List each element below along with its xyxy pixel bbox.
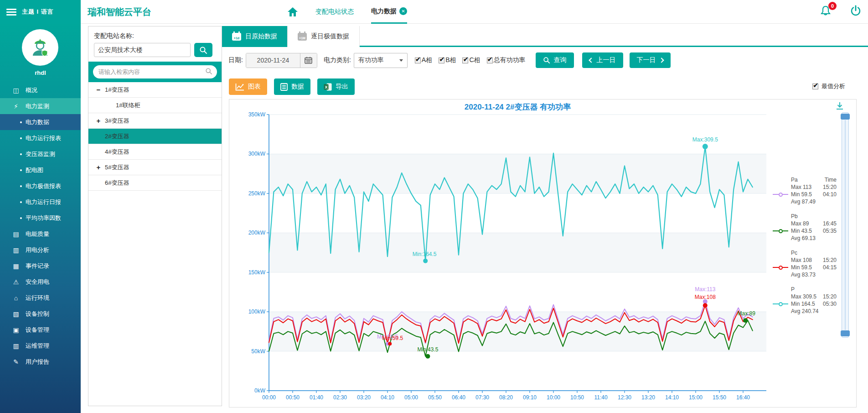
svg-text:07:30: 07:30 xyxy=(475,394,489,401)
legend-entry[interactable]: PaTimeMax 11315:20Min 59.504:10Avg 87.49 xyxy=(773,176,837,205)
station-name-input[interactable] xyxy=(94,43,191,57)
collapse-icon[interactable]: − xyxy=(95,86,102,94)
tree-node[interactable]: +5#变压器 xyxy=(88,160,222,175)
svg-text:100kW: 100kW xyxy=(248,308,266,315)
sidebar-menu-item[interactable]: 配电图 xyxy=(0,162,81,178)
data-view-button[interactable]: 数据 xyxy=(274,78,310,95)
sidebar-menu-item[interactable]: ▣设备管理 xyxy=(0,322,81,338)
tab-power-data[interactable]: 电力数据 ✕ xyxy=(371,0,407,24)
close-icon[interactable]: ✕ xyxy=(399,7,407,15)
chart-card: 2020-11-24 2#变压器 有功功率 0kW50kW100kW150kW2… xyxy=(229,99,857,408)
bullet-icon xyxy=(20,121,22,123)
extreme-analysis-toggle[interactable]: 最值分析 xyxy=(812,82,845,90)
logout-power-icon[interactable] xyxy=(850,5,862,19)
expand-icon[interactable]: + xyxy=(95,163,102,171)
slider-handle-top[interactable] xyxy=(841,114,850,120)
tree-node[interactable]: −1#变压器 xyxy=(88,82,222,98)
sidebar-menu-item[interactable]: ▤电能质量 xyxy=(0,226,81,242)
svg-text:08:20: 08:20 xyxy=(499,394,513,401)
sidebar-menu-item[interactable]: 电力运行日报 xyxy=(0,194,81,210)
date-label: 日期: xyxy=(228,56,243,64)
tree-node[interactable]: 2#变压器 xyxy=(88,129,222,144)
bullet-icon xyxy=(20,201,22,203)
phase-checkbox[interactable]: 总有功功率 xyxy=(487,56,526,64)
calendar-month-icon: +1M xyxy=(298,33,307,41)
tree-node[interactable]: +3#变压器 xyxy=(88,113,222,129)
svg-text:350kW: 350kW xyxy=(248,111,266,118)
svg-text:Max:108: Max:108 xyxy=(695,294,716,300)
svg-text:10:50: 10:50 xyxy=(570,394,584,401)
hamburger-menu-icon[interactable] xyxy=(6,9,16,16)
date-input[interactable]: 2020-11-24 xyxy=(246,53,300,68)
expand-icon[interactable]: + xyxy=(95,117,102,125)
vertical-zoom-slider[interactable] xyxy=(842,112,849,338)
query-button[interactable]: 查询 xyxy=(536,52,574,68)
checkbox-icon xyxy=(812,84,818,89)
notification-bell-icon[interactable]: 0 xyxy=(820,5,832,19)
legend-series-marker-icon xyxy=(773,183,788,205)
tab-station-status[interactable]: 变配电站状态 xyxy=(315,0,354,24)
sidebar-menu-item[interactable]: 电力运行报表 xyxy=(0,130,81,146)
svg-text:03:20: 03:20 xyxy=(357,394,371,401)
home-icon[interactable] xyxy=(287,7,298,17)
tree-search-input[interactable] xyxy=(93,65,217,78)
download-chart-icon[interactable] xyxy=(835,101,844,112)
sidebar-menu-item[interactable]: ⌂运行环境 xyxy=(0,290,81,306)
tree-node[interactable]: 6#变压器 xyxy=(88,175,222,191)
sidebar-menu-item[interactable]: ◫概况 xyxy=(0,82,81,98)
svg-text:Min:43.5: Min:43.5 xyxy=(417,346,438,353)
avatar[interactable] xyxy=(22,29,58,66)
username: rhdl xyxy=(0,69,81,76)
sidebar-menu-item[interactable]: ▧设备控制 xyxy=(0,306,81,322)
phase-checkbox[interactable]: C相 xyxy=(462,56,480,64)
tree-node-label: 5#变压器 xyxy=(105,163,129,172)
power-category-select[interactable]: 有功功率 xyxy=(354,53,408,68)
sidebar-menu-label: 用电分析 xyxy=(26,246,49,254)
checkbox-label: A相 xyxy=(422,56,432,64)
device-control-icon: ▧ xyxy=(12,310,20,318)
checkbox-icon xyxy=(415,58,421,63)
sidebar-menu-item[interactable]: ✎用户报告 xyxy=(0,354,81,370)
subtab-inactive[interactable]: +1M逐日极值数据 xyxy=(288,26,360,47)
subtab-label: 逐日极值数据 xyxy=(311,32,349,41)
tree-node-label: 1#联络柜 xyxy=(116,101,140,110)
phase-checkbox[interactable]: B相 xyxy=(439,56,456,64)
chart-view-button[interactable]: 图表 xyxy=(229,78,267,95)
top-tab-strip: 变配电站状态 电力数据 ✕ xyxy=(287,0,407,24)
excel-icon: X xyxy=(324,83,332,91)
safety-icon: ⚠ xyxy=(12,278,20,286)
power-monitor-icon: ⚡ xyxy=(12,103,20,110)
sidebar-menu-item[interactable]: ▥运维管理 xyxy=(0,338,81,354)
sidebar-menu-item[interactable]: 平均功率因数 xyxy=(0,210,81,226)
theme-language-toggle[interactable]: 主题 I 语言 xyxy=(22,8,54,16)
slider-handle-bottom[interactable] xyxy=(841,330,850,336)
svg-text:13:20: 13:20 xyxy=(641,394,655,401)
legend-entry-stats: PcMax 10815:20Min 59.504:15Avg 83.73 xyxy=(791,249,837,278)
subtab-active[interactable]: +1d日原始数据 xyxy=(222,26,288,47)
power-quality-icon: ▤ xyxy=(12,230,20,238)
legend-entry[interactable]: PMax 309.515:20Min 164.505:30Avg 240.74 xyxy=(773,286,837,315)
tree-node[interactable]: 4#变压器 xyxy=(88,144,222,160)
phase-checkbox[interactable]: A相 xyxy=(415,56,432,64)
tree-node[interactable]: 1#联络柜 xyxy=(88,98,222,113)
sidebar-menu-item[interactable]: 电力极值报表 xyxy=(0,178,81,194)
sidebar-menu-item[interactable]: 变压器监测 xyxy=(0,146,81,162)
sidebar-menu-item[interactable]: 电力数据 xyxy=(0,114,81,130)
svg-text:200kW: 200kW xyxy=(248,230,266,236)
legend-entry[interactable]: PbMax 8916:45Min 43.505:35Avg 69.13 xyxy=(773,213,837,242)
chevron-down-icon xyxy=(399,59,403,62)
calendar-icon[interactable] xyxy=(300,53,317,68)
legend-entry[interactable]: PcMax 10815:20Min 59.504:15Avg 83.73 xyxy=(773,249,837,278)
sidebar-menu-item[interactable]: ▥用电分析 xyxy=(0,242,81,258)
station-search-button[interactable] xyxy=(194,43,212,57)
previous-day-button[interactable]: 上一日 xyxy=(582,52,623,68)
checkbox-label: B相 xyxy=(445,56,456,64)
sidebar-menu-item[interactable]: ▦事件记录 xyxy=(0,258,81,274)
legend-series-marker-icon xyxy=(773,293,788,315)
next-day-button[interactable]: 下一日 xyxy=(630,52,671,68)
sidebar-menu-item[interactable]: ⚡电力监测 xyxy=(0,98,81,114)
export-excel-button[interactable]: X 导出 xyxy=(317,78,355,95)
slider-track xyxy=(845,120,846,330)
sidebar-menu-label: 电能质量 xyxy=(26,230,49,238)
sidebar-menu-item[interactable]: ⚠安全用电 xyxy=(0,274,81,290)
